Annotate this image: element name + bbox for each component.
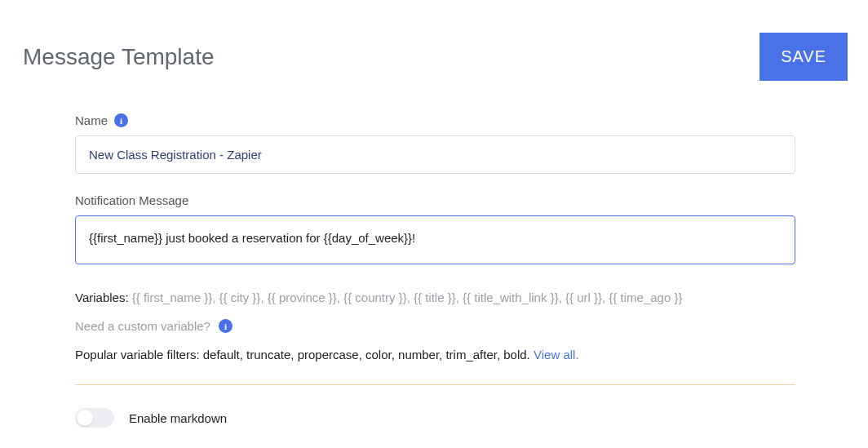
markdown-toggle-label: Enable markdown [129,411,227,425]
save-button[interactable]: SAVE [760,33,848,81]
notification-label-row: Notification Message [75,193,188,207]
section-divider [75,384,795,385]
toggle-knob [77,410,93,426]
custom-variable-text: Need a custom variable? [75,319,210,333]
variables-line: Variables: {{ first_name }}, {{ city }},… [75,291,795,304]
view-all-link[interactable]: View all. [534,348,579,362]
markdown-toggle-row: Enable markdown [75,408,795,428]
info-icon[interactable]: i [219,319,232,333]
filters-line: Popular variable filters: default, trunc… [75,348,795,362]
name-label-row: Name i [75,113,128,127]
variable-tokens: {{ first_name }}, {{ city }}, {{ provinc… [132,291,683,304]
variables-label: Variables: [75,291,129,304]
filters-text: Popular variable filters: default, trunc… [75,348,534,362]
info-icon[interactable]: i [114,113,128,127]
notification-textarea[interactable]: {{first_name}} just booked a reservation… [75,215,795,264]
custom-variable-line: Need a custom variable? i [75,319,232,333]
markdown-toggle[interactable] [75,408,114,428]
name-label: Name [75,113,108,127]
page-title: Message Template [23,44,215,70]
notification-label: Notification Message [75,193,188,207]
name-input[interactable] [75,135,795,174]
